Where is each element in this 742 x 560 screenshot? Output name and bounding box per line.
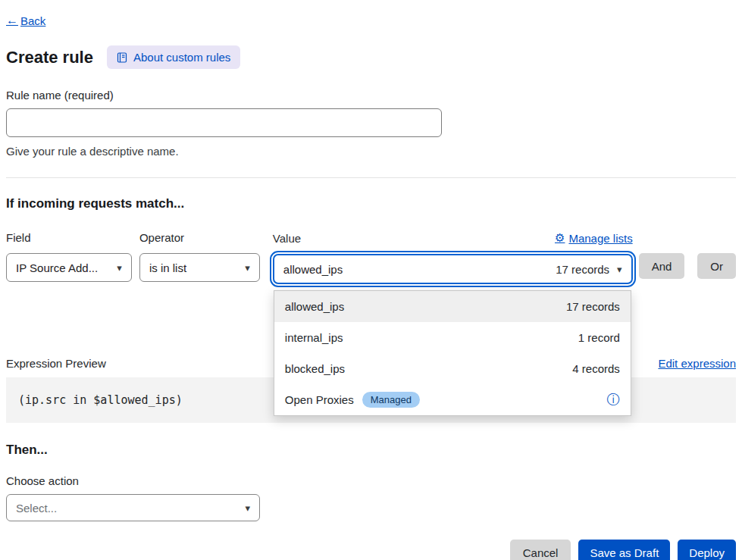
- list-option-meta: 1 record: [578, 331, 620, 344]
- cancel-button[interactable]: Cancel: [510, 540, 571, 560]
- expression-preview-label: Expression Preview: [6, 357, 106, 370]
- manage-lists-link[interactable]: ⚙Manage lists: [555, 231, 633, 245]
- rule-name-help: Give your rule a descriptive name.: [6, 145, 736, 158]
- match-section-title: If incoming requests match...: [6, 196, 736, 211]
- list-option-blocked-ips[interactable]: blocked_ips 4 records: [274, 353, 631, 384]
- value-select[interactable]: allowed_ips 17 records ▾: [273, 254, 633, 284]
- chevron-down-icon: ▾: [117, 262, 122, 274]
- info-icon[interactable]: ⓘ: [607, 393, 620, 406]
- about-custom-rules-link[interactable]: About custom rules: [107, 45, 240, 69]
- chevron-down-icon: ▾: [245, 502, 250, 514]
- managed-badge: Managed: [362, 392, 420, 408]
- about-custom-rules-label: About custom rules: [133, 51, 230, 64]
- list-option-name: internal_ips: [285, 331, 343, 344]
- and-button[interactable]: And: [639, 253, 685, 279]
- list-option-internal-ips[interactable]: internal_ips 1 record: [274, 322, 631, 353]
- list-option-open-proxies[interactable]: Open Proxies Managed ⓘ: [274, 384, 631, 415]
- back-arrow-icon: ←: [6, 14, 18, 27]
- section-divider: [6, 177, 736, 178]
- deploy-button[interactable]: Deploy: [678, 540, 736, 560]
- chevron-down-icon: ▾: [617, 264, 622, 275]
- back-link[interactable]: ←Back: [6, 14, 45, 27]
- field-label: Field: [6, 231, 132, 244]
- list-option-allowed-ips[interactable]: allowed_ips 17 records: [274, 291, 631, 322]
- list-option-name: allowed_ips: [285, 300, 344, 313]
- page-title: Create rule: [6, 48, 93, 67]
- edit-expression-link[interactable]: Edit expression: [658, 357, 736, 370]
- field-select[interactable]: IP Source Add... ▾: [6, 253, 132, 282]
- rule-name-input[interactable]: [6, 108, 442, 137]
- action-select-placeholder: Select...: [16, 502, 57, 515]
- manage-lists-label: Manage lists: [568, 232, 632, 245]
- list-option-name: Open Proxies: [285, 393, 354, 406]
- chevron-down-icon: ▾: [245, 262, 250, 274]
- field-select-value: IP Source Add...: [16, 261, 98, 274]
- match-condition-row: Field IP Source Add... ▾ Operator is in …: [6, 231, 736, 284]
- value-select-meta: 17 records: [556, 263, 609, 276]
- operator-select[interactable]: is in list ▾: [139, 253, 260, 282]
- action-select[interactable]: Select... ▾: [6, 494, 260, 521]
- list-option-name: blocked_ips: [285, 362, 345, 375]
- then-section-title: Then...: [6, 443, 736, 458]
- operator-label: Operator: [139, 231, 260, 244]
- rule-name-label: Rule name (required): [6, 89, 736, 102]
- or-button[interactable]: Or: [697, 253, 736, 279]
- value-select-value: allowed_ips: [283, 263, 343, 276]
- choose-action-label: Choose action: [6, 474, 736, 487]
- list-option-meta: 17 records: [566, 300, 620, 313]
- list-dropdown: allowed_ips 17 records internal_ips 1 re…: [274, 290, 631, 416]
- book-icon: [117, 52, 127, 63]
- create-rule-page: ←Back Create rule About custom rules Rul…: [0, 0, 742, 560]
- list-option-meta: 4 records: [572, 362, 620, 375]
- operator-select-value: is in list: [149, 261, 186, 274]
- gear-icon: ⚙: [555, 231, 565, 245]
- save-as-draft-button[interactable]: Save as Draft: [578, 540, 670, 560]
- value-label: Value: [273, 232, 301, 245]
- back-label: Back: [20, 14, 45, 27]
